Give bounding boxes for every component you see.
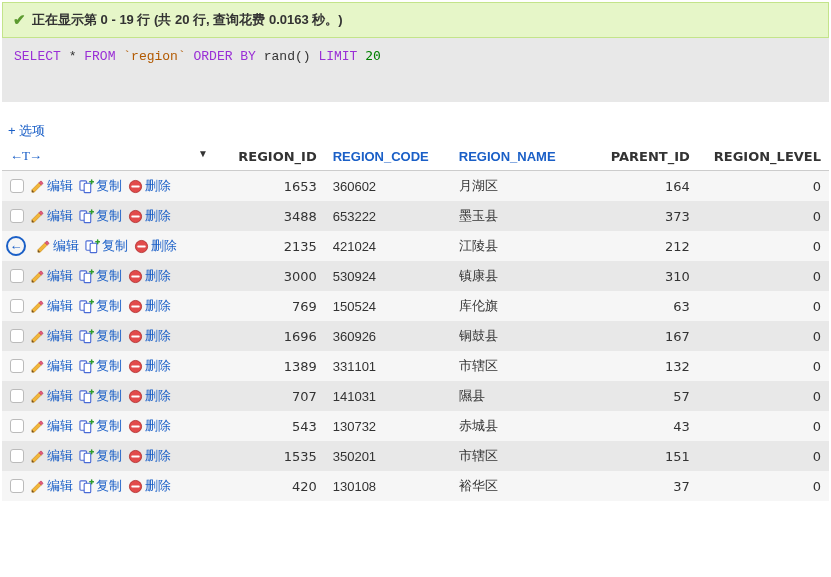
table-row: 编辑复制删除1653360602月湖区1640 xyxy=(2,171,829,202)
cell-region-code: 141031 xyxy=(325,381,451,411)
cell-region-name: 库伦旗 xyxy=(451,291,587,321)
delete-button[interactable]: 删除 xyxy=(128,327,171,345)
copy-icon xyxy=(79,269,94,284)
cell-region-level: 0 xyxy=(698,351,829,381)
pencil-icon xyxy=(30,479,45,494)
copy-button[interactable]: 复制 xyxy=(79,327,122,345)
copy-label: 复制 xyxy=(96,357,122,375)
cell-region-id: 1653 xyxy=(224,171,325,202)
table-row: 编辑复制删除1696360926铜鼓县1670 xyxy=(2,321,829,351)
row-checkbox[interactable] xyxy=(10,209,24,223)
edit-button[interactable]: 编辑 xyxy=(30,297,73,315)
row-checkbox[interactable] xyxy=(10,179,24,193)
copy-label: 复制 xyxy=(96,327,122,345)
copy-button[interactable]: 复制 xyxy=(79,477,122,495)
cell-region-level: 0 xyxy=(698,381,829,411)
edit-button[interactable]: 编辑 xyxy=(30,477,73,495)
table-row: 编辑复制删除1389331101市辖区1320 xyxy=(2,351,829,381)
edit-button[interactable]: 编辑 xyxy=(30,357,73,375)
cell-region-level: 0 xyxy=(698,441,829,471)
sql-select: SELECT xyxy=(14,49,61,64)
cell-region-level: 0 xyxy=(698,411,829,441)
copy-label: 复制 xyxy=(96,387,122,405)
cell-region-id: 3000 xyxy=(224,261,325,291)
row-actions-cell: 编辑复制删除 xyxy=(2,351,224,381)
delete-button[interactable]: 删除 xyxy=(134,237,177,255)
copy-button[interactable]: 复制 xyxy=(79,267,122,285)
row-checkbox[interactable] xyxy=(10,299,24,313)
copy-label: 复制 xyxy=(96,267,122,285)
copy-button[interactable]: 复制 xyxy=(79,447,122,465)
cell-parent-id: 132 xyxy=(587,351,698,381)
edit-button[interactable]: 编辑 xyxy=(36,237,79,255)
copy-icon xyxy=(79,449,94,464)
edit-button[interactable]: 编辑 xyxy=(30,387,73,405)
delete-button[interactable]: 删除 xyxy=(128,177,171,195)
edit-button[interactable]: 编辑 xyxy=(30,267,73,285)
row-checkbox[interactable] xyxy=(10,419,24,433)
delete-icon xyxy=(134,239,149,254)
cell-region-id: 2135 xyxy=(224,231,325,261)
header-region-name[interactable]: REGION_NAME xyxy=(451,142,587,171)
delete-button[interactable]: 删除 xyxy=(128,357,171,375)
delete-label: 删除 xyxy=(145,357,171,375)
header-parent-id[interactable]: PARENT_ID xyxy=(587,142,698,171)
row-checkbox[interactable] xyxy=(10,269,24,283)
cell-region-id: 769 xyxy=(224,291,325,321)
edit-button[interactable]: 编辑 xyxy=(30,447,73,465)
header-region-id[interactable]: REGION_ID xyxy=(224,142,325,171)
delete-button[interactable]: 删除 xyxy=(128,267,171,285)
pencil-icon xyxy=(30,359,45,374)
row-actions-cell: 编辑复制删除 xyxy=(2,411,224,441)
header-sort[interactable]: ←T→ ▼ xyxy=(2,142,224,171)
copy-button[interactable]: 复制 xyxy=(79,207,122,225)
cell-region-code: 530924 xyxy=(325,261,451,291)
delete-label: 删除 xyxy=(145,177,171,195)
cell-region-level: 0 xyxy=(698,231,829,261)
delete-button[interactable]: 删除 xyxy=(128,447,171,465)
copy-label: 复制 xyxy=(96,207,122,225)
row-checkbox[interactable] xyxy=(10,329,24,343)
sql-limit-n: 20 xyxy=(365,48,381,63)
options-toggle[interactable]: + 选项 xyxy=(8,122,831,140)
edit-button[interactable]: 编辑 xyxy=(30,417,73,435)
copy-button[interactable]: 复制 xyxy=(85,237,128,255)
cell-region-id: 3488 xyxy=(224,201,325,231)
sql-rand: rand() xyxy=(264,49,311,64)
delete-button[interactable]: 删除 xyxy=(128,297,171,315)
sort-caret-icon[interactable]: ▼ xyxy=(198,148,208,159)
edit-button[interactable]: 编辑 xyxy=(30,177,73,195)
cell-region-id: 1696 xyxy=(224,321,325,351)
delete-button[interactable]: 删除 xyxy=(128,417,171,435)
copy-label: 复制 xyxy=(102,237,128,255)
row-checkbox[interactable] xyxy=(10,389,24,403)
edit-button[interactable]: 编辑 xyxy=(30,207,73,225)
copy-button[interactable]: 复制 xyxy=(79,417,122,435)
copy-icon xyxy=(79,419,94,434)
delete-icon xyxy=(128,479,143,494)
cell-region-code: 331101 xyxy=(325,351,451,381)
delete-button[interactable]: 删除 xyxy=(128,387,171,405)
copy-label: 复制 xyxy=(96,177,122,195)
copy-button[interactable]: 复制 xyxy=(79,177,122,195)
cell-region-name: 市辖区 xyxy=(451,351,587,381)
row-sort-icon: ←T→ xyxy=(10,148,41,164)
header-region-code[interactable]: REGION_CODE xyxy=(325,142,451,171)
table-row: 编辑复制删除543130732赤城县430 xyxy=(2,411,829,441)
delete-button[interactable]: 删除 xyxy=(128,477,171,495)
copy-button[interactable]: 复制 xyxy=(79,357,122,375)
copy-label: 复制 xyxy=(96,477,122,495)
row-checkbox[interactable] xyxy=(10,479,24,493)
sql-query-box[interactable]: SELECT * FROM `region` ORDER BY rand() L… xyxy=(2,38,829,102)
cell-region-name: 赤城县 xyxy=(451,411,587,441)
cell-region-code: 350201 xyxy=(325,441,451,471)
row-checkbox[interactable] xyxy=(10,359,24,373)
row-checkbox[interactable] xyxy=(10,449,24,463)
copy-button[interactable]: 复制 xyxy=(79,297,122,315)
pencil-icon xyxy=(36,239,51,254)
header-region-level[interactable]: REGION_LEVEL xyxy=(698,142,829,171)
delete-button[interactable]: 删除 xyxy=(128,207,171,225)
edit-button[interactable]: 编辑 xyxy=(30,327,73,345)
sql-from: FROM xyxy=(84,49,115,64)
copy-button[interactable]: 复制 xyxy=(79,387,122,405)
